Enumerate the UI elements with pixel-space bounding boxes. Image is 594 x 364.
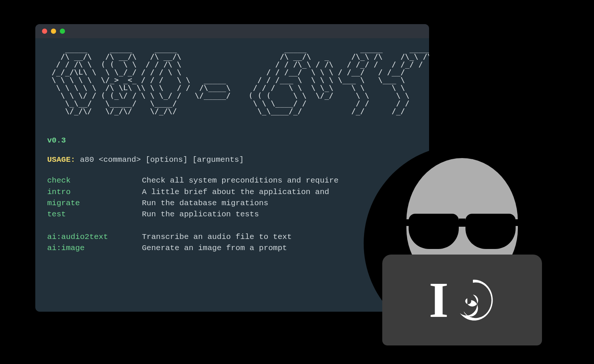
command-row: test Run the application tests	[47, 209, 417, 220]
command-row: ai:audio2text Transcribe an audio file t…	[47, 232, 417, 243]
usage-text: a80 <command> [options] [arguments]	[75, 155, 244, 164]
maximize-button[interactable]	[60, 29, 65, 34]
title-bar	[35, 24, 429, 38]
command-row: intro A little brief about the applicati…	[47, 187, 417, 198]
command-row: ai:image Generate an image from a prompt	[47, 243, 417, 254]
usage-label: USAGE:	[47, 155, 75, 164]
command-desc: Run the database migrations	[142, 198, 268, 209]
command-name: test	[47, 209, 142, 220]
command-name: migrate	[47, 198, 142, 209]
command-desc: Generate an image from a prompt	[142, 243, 287, 254]
lens-left-icon	[409, 214, 459, 249]
avatar-circle: I	[364, 145, 561, 342]
laptop-logo: I	[429, 275, 496, 325]
laptop-icon: I	[382, 255, 542, 345]
sunglasses-icon	[409, 214, 516, 249]
logo-letter: I	[429, 275, 449, 325]
command-name: ai:audio2text	[47, 232, 142, 243]
command-row: migrate Run the database migrations	[47, 198, 417, 209]
usage-line: USAGE: a80 <command> [options] [argument…	[47, 156, 417, 164]
command-name: ai:image	[47, 243, 142, 254]
minimize-button[interactable]	[51, 29, 56, 34]
version-label: v0.3	[47, 137, 417, 145]
logo-swirl-icon	[451, 276, 495, 324]
command-desc: Transcribe an audio file to text	[142, 232, 292, 243]
command-name: check	[47, 175, 142, 186]
commands-list: check Check all system preconditions and…	[47, 175, 417, 254]
glasses-bridge-icon	[459, 219, 465, 227]
close-button[interactable]	[42, 29, 47, 34]
ascii-banner: _____ _____ _____ _____ _____ _____ /\ _…	[47, 45, 417, 115]
avatar-badge: I	[364, 145, 561, 342]
glasses-arm-left-icon	[395, 219, 410, 226]
command-row: check Check all system preconditions and…	[47, 175, 417, 186]
command-desc: Check all system preconditions and requi…	[142, 175, 338, 186]
command-desc: Run the application tests	[142, 209, 259, 220]
lens-right-icon	[465, 214, 516, 249]
command-desc: A little brief about the application and	[142, 187, 329, 198]
command-name: intro	[47, 187, 142, 198]
glasses-arm-right-icon	[514, 219, 529, 226]
